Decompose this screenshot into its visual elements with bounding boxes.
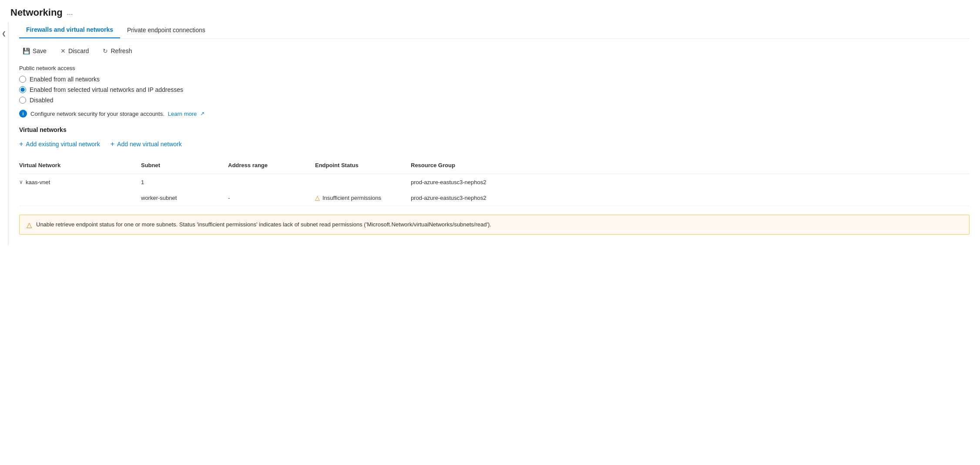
td-address-2: - <box>228 194 315 202</box>
table-header: Virtual Network Subnet Address range End… <box>19 157 970 174</box>
refresh-button[interactable]: ↻ Refresh <box>99 46 135 56</box>
toolbar: 💾 Save ✕ Discard ↻ Refresh <box>19 46 970 56</box>
tab-private-endpoints[interactable]: Private endpoint connections <box>120 22 212 38</box>
sidebar-collapse-button[interactable]: ❮ <box>0 22 9 245</box>
td-address-1 <box>228 181 315 183</box>
alert-banner: △ Unable retrieve endpoint status for on… <box>19 215 970 235</box>
virtual-networks-title: Virtual networks <box>19 126 970 133</box>
info-row: i Configure network security for your st… <box>19 110 970 118</box>
public-access-label: Public network access <box>19 65 970 71</box>
th-vnet: Virtual Network <box>19 160 141 170</box>
radio-all-networks[interactable]: Enabled from all networks <box>19 76 970 83</box>
page-title: Networking <box>10 7 63 18</box>
th-status: Endpoint Status <box>315 160 411 170</box>
ellipsis-menu-icon[interactable]: ... <box>67 9 73 17</box>
public-access-radio-group: Enabled from all networks Enabled from s… <box>19 76 970 104</box>
table-row: worker-subnet - △ Insufficient permissio… <box>19 190 970 206</box>
discard-button[interactable]: ✕ Discard <box>57 46 92 56</box>
table-row-group-kaas: ∨ kaas-vnet 1 prod-azure-eastusc3-nephos… <box>19 174 970 206</box>
save-icon: 💾 <box>23 47 30 54</box>
info-text: Configure network security for your stor… <box>30 111 164 117</box>
radio-selected-networks[interactable]: Enabled from selected virtual networks a… <box>19 86 970 93</box>
radio-disabled-input[interactable] <box>19 97 26 104</box>
radio-selected-networks-input[interactable] <box>19 86 26 93</box>
tabs-container: Firewalls and virtual networks Private e… <box>19 22 970 39</box>
td-status-2: △ Insufficient permissions <box>315 193 411 202</box>
add-existing-plus-icon: + <box>19 140 23 148</box>
virtual-networks-table: Virtual Network Subnet Address range End… <box>19 157 970 206</box>
info-icon: i <box>19 110 27 118</box>
td-subnet-2: worker-subnet <box>141 194 228 202</box>
external-link-icon: ↗ <box>200 111 205 117</box>
td-subnet-1: 1 <box>141 178 228 186</box>
learn-more-link[interactable]: Learn more <box>168 111 197 117</box>
th-subnet: Subnet <box>141 160 228 170</box>
add-buttons-row: + Add existing virtual network + Add new… <box>19 138 970 150</box>
radio-all-networks-input[interactable] <box>19 76 26 83</box>
warning-triangle-icon: △ <box>315 194 320 201</box>
td-rg-1: prod-azure-eastusc3-nephos2 <box>411 178 970 186</box>
th-rg: Resource Group <box>411 160 970 170</box>
add-new-plus-icon: + <box>111 140 114 148</box>
tab-firewalls[interactable]: Firewalls and virtual networks <box>19 22 120 38</box>
discard-icon: ✕ <box>60 47 66 54</box>
add-new-vnet-button[interactable]: + Add new virtual network <box>111 138 182 150</box>
td-rg-2: prod-azure-eastusc3-nephos2 <box>411 194 970 202</box>
chevron-down-icon[interactable]: ∨ <box>19 179 23 185</box>
refresh-icon: ↻ <box>103 47 108 54</box>
td-status-1 <box>315 181 411 183</box>
radio-disabled[interactable]: Disabled <box>19 97 970 104</box>
th-address: Address range <box>228 160 315 170</box>
save-button[interactable]: 💾 Save <box>19 46 50 56</box>
td-vnet-name: ∨ kaas-vnet <box>19 178 141 186</box>
add-existing-vnet-button[interactable]: + Add existing virtual network <box>19 138 100 150</box>
alert-text: Unable retrieve endpoint status for one … <box>36 220 491 229</box>
alert-warning-icon: △ <box>27 221 32 229</box>
td-vnet-child <box>19 197 141 199</box>
table-row: ∨ kaas-vnet 1 prod-azure-eastusc3-nephos… <box>19 174 970 190</box>
